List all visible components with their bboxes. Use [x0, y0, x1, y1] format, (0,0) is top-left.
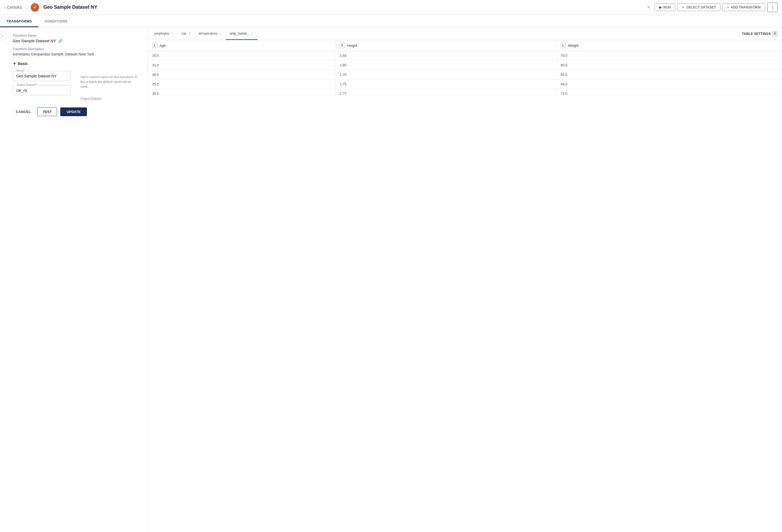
col-label-age: Age	[159, 44, 166, 47]
data-table-container: L Age F Height L	[148, 40, 782, 532]
transform-name-label: Transform Name	[13, 34, 139, 37]
transform-name-value: Geo Sample Dataset NY 🔗	[13, 39, 139, 43]
output-dataset-field-row: Output Dataset *	[13, 85, 71, 95]
col-label-weight: Weight	[568, 44, 578, 47]
cancel-button[interactable]: CANCEL	[13, 108, 34, 116]
col-label-height: Height	[347, 44, 357, 47]
output-dataset-hint: Output Dataset	[80, 97, 139, 101]
main-layout: ‹ Transform Name Geo Sample Dataset NY 🔗…	[0, 28, 782, 532]
table-row: 25.01.7568.0	[148, 79, 782, 89]
update-button[interactable]: UPDATE	[60, 108, 87, 116]
col-header-weight: L Weight	[556, 40, 782, 51]
type-badge-weight: L	[561, 43, 566, 48]
table-cell: 70.0	[556, 51, 782, 61]
table-cell: 1.68	[335, 51, 556, 61]
toggle-arrow-icon: ▼	[13, 62, 16, 66]
table-body: 20.01.6870.031.01.8080.040.01.7085.025.0…	[148, 51, 782, 99]
table-cell: 1.75	[335, 79, 556, 89]
top-nav: ‹ CANVAS ✓ Geo Sample Dataset NY ✎ ▶ RUN…	[0, 0, 782, 15]
type-badge-height: F	[340, 43, 345, 48]
add-transform-label: ADD TRANSFORM	[731, 5, 760, 9]
table-row: 38.01.7772.0	[148, 89, 782, 99]
table-header-row: L Age F Height L	[148, 40, 782, 51]
form-fields-col: Name Output Dataset *	[13, 71, 71, 100]
table-settings-label: TABLE SETTINGS	[742, 32, 771, 36]
close-only-nume-tab[interactable]: ×	[251, 32, 253, 35]
output-dataset-input[interactable]	[13, 85, 71, 95]
data-tab-only-nume[interactable]: only_nume... ×	[226, 28, 258, 40]
test-button[interactable]: TEST	[37, 108, 57, 116]
run-play-icon: ▶	[659, 5, 662, 9]
right-panel: employee × car × temperature × only_nume…	[148, 28, 782, 532]
basic-section-toggle[interactable]: ▼ Basic	[13, 62, 139, 66]
type-badge-age: L	[152, 43, 157, 48]
settings-grid-icon: ☷	[773, 31, 777, 36]
name-hint: Add a custom name for this transform. If…	[80, 75, 139, 89]
table-cell: 72.0	[556, 89, 782, 99]
add-transform-button[interactable]: + ADD TRANSFORM	[722, 3, 765, 11]
left-panel: ‹ Transform Name Geo Sample Dataset NY 🔗…	[0, 28, 148, 532]
nav-separator	[26, 4, 27, 10]
table-cell: 68.0	[556, 79, 782, 89]
close-temperature-tab[interactable]: ×	[219, 32, 221, 35]
data-tab-car[interactable]: car ×	[177, 28, 194, 40]
table-cell: 31.0	[148, 61, 335, 70]
name-field-label: Name	[15, 69, 25, 72]
table-row: 31.01.8080.0	[148, 61, 782, 70]
collapse-panel-button[interactable]: ‹	[0, 32, 6, 40]
link-icon[interactable]: 🔗	[58, 39, 63, 43]
close-car-tab[interactable]: ×	[188, 32, 190, 35]
run-button[interactable]: ▶ RUN	[655, 3, 675, 11]
collapse-arrow-icon: ‹	[2, 34, 3, 38]
select-dataset-button[interactable]: ✓ SELECT DATASET	[677, 3, 720, 11]
name-input[interactable]	[13, 71, 71, 81]
select-dataset-label: SELECT DATASET	[686, 5, 716, 9]
table-cell: 20.0	[148, 51, 335, 61]
output-dataset-field-label: Output Dataset *	[15, 83, 39, 86]
data-tab-employee[interactable]: employee ×	[150, 28, 177, 40]
tab-bar: TRANSFORMS CONDITIONS	[0, 15, 782, 28]
table-cell: 85.0	[556, 70, 782, 79]
app-icon: ✓	[31, 3, 39, 12]
table-row: 40.01.7085.0	[148, 70, 782, 79]
data-tab-temperature[interactable]: temperature ×	[194, 28, 225, 40]
form-fields-row: Name Output Dataset * Add a custom name …	[13, 71, 139, 101]
data-tabs-bar: employee × car × temperature × only_nume…	[148, 28, 782, 40]
table-cell: 38.0	[148, 89, 335, 99]
col-header-age: L Age	[148, 40, 335, 51]
table-cell: 25.0	[148, 79, 335, 89]
canvas-back-button[interactable]: ‹ CANVAS	[4, 5, 22, 9]
back-arrow-icon: ‹	[4, 5, 5, 9]
plus-icon: +	[727, 5, 729, 9]
table-cell: 1.70	[335, 70, 556, 79]
close-employee-tab[interactable]: ×	[171, 32, 173, 35]
table-settings-button[interactable]: TABLE SETTINGS ☷	[740, 30, 780, 38]
page-title: Geo Sample Dataset NY	[43, 4, 643, 10]
data-table: L Age F Height L	[148, 40, 782, 98]
transform-description-label: Transform Description	[13, 47, 139, 51]
tab-transforms[interactable]: TRANSFORMS	[0, 16, 38, 27]
col-header-height: F Height	[335, 40, 556, 51]
table-cell: 1.80	[335, 61, 556, 70]
transform-description-value: Genetares Geopandas Sample Dataset New Y…	[13, 52, 139, 56]
name-field-row: Name	[13, 71, 71, 81]
more-options-button[interactable]: ⋮	[767, 3, 778, 12]
form-hints-col: Add a custom name for this transform. If…	[76, 71, 139, 101]
select-check-icon: ✓	[682, 5, 685, 9]
table-cell: 40.0	[148, 70, 335, 79]
table-cell: 80.0	[556, 61, 782, 70]
run-label: RUN	[663, 5, 671, 9]
nav-actions: ▶ RUN ✓ SELECT DATASET + ADD TRANSFORM ⋮	[655, 3, 778, 12]
panel-content: Transform Name Geo Sample Dataset NY 🔗 T…	[0, 28, 148, 122]
table-row: 20.01.6870.0	[148, 51, 782, 61]
edit-icon[interactable]: ✎	[647, 5, 650, 10]
canvas-label: CANVAS	[7, 5, 22, 9]
table-cell: 1.77	[335, 89, 556, 99]
action-row: CANCEL TEST UPDATE	[13, 108, 139, 116]
tab-conditions[interactable]: CONDITIONS	[38, 16, 74, 27]
